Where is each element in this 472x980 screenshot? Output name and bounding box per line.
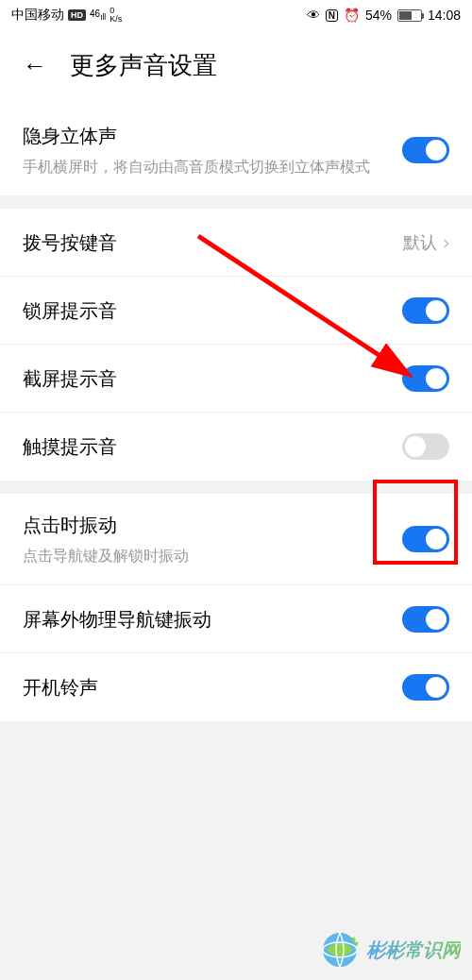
back-icon[interactable]: ← bbox=[23, 51, 47, 80]
status-bar: 中国移动 HD 46ıll 0K/s 👁 N ⏰ 54% 14:08 bbox=[0, 0, 472, 30]
touch-sound-title: 触摸提示音 bbox=[23, 432, 402, 461]
carrier-label: 中国移动 bbox=[11, 7, 64, 24]
lock-sound-title: 锁屏提示音 bbox=[23, 296, 402, 325]
nav-key-vibrate-title: 屏幕外物理导航键振动 bbox=[23, 605, 402, 634]
stereo-toggle[interactable] bbox=[402, 137, 449, 163]
page-title: 更多声音设置 bbox=[70, 49, 217, 82]
row-stereo[interactable]: 隐身立体声 手机横屏时，将自动由高音质模式切换到立体声模式 bbox=[0, 105, 472, 195]
time-label: 14:08 bbox=[428, 8, 461, 23]
tap-vibrate-subtitle: 点击导航键及解锁时振动 bbox=[23, 545, 402, 567]
section-stereo: 隐身立体声 手机横屏时，将自动由高音质模式切换到立体声模式 bbox=[0, 105, 472, 195]
signal-label: 46ıll bbox=[90, 8, 106, 22]
nfc-icon: N bbox=[326, 9, 338, 22]
eye-icon: 👁 bbox=[307, 8, 320, 23]
row-touch-sound[interactable]: 触摸提示音 bbox=[0, 413, 472, 481]
nav-key-vibrate-toggle[interactable] bbox=[402, 606, 449, 633]
row-screenshot-sound[interactable]: 截屏提示音 bbox=[0, 345, 472, 413]
row-dial-tone[interactable]: 拨号按键音 默认 › bbox=[0, 209, 472, 277]
screenshot-sound-toggle[interactable] bbox=[402, 365, 449, 392]
speed-label: 0K/s bbox=[110, 7, 122, 24]
battery-icon bbox=[397, 9, 422, 22]
dial-tone-value: 默认 bbox=[403, 231, 437, 254]
watermark-text: 彬彬常识网 bbox=[366, 938, 461, 963]
row-boot-sound[interactable]: 开机铃声 bbox=[0, 653, 472, 721]
row-lock-sound[interactable]: 锁屏提示音 bbox=[0, 277, 472, 345]
boot-sound-toggle[interactable] bbox=[402, 674, 449, 701]
dial-tone-title: 拨号按键音 bbox=[23, 228, 403, 257]
tap-vibrate-toggle[interactable] bbox=[402, 526, 449, 552]
tap-vibrate-title: 点击时振动 bbox=[23, 511, 402, 539]
lock-sound-toggle[interactable] bbox=[402, 297, 449, 324]
watermark: 彬彬常识网 bbox=[319, 929, 461, 971]
row-tap-vibrate[interactable]: 点击时振动 点击导航键及解锁时振动 bbox=[0, 494, 472, 585]
row-nav-key-vibrate[interactable]: 屏幕外物理导航键振动 bbox=[0, 585, 472, 653]
section-vibrate: 点击时振动 点击导航键及解锁时振动 屏幕外物理导航键振动 开机铃声 bbox=[0, 494, 472, 721]
battery-percent: 54% bbox=[365, 8, 392, 23]
page-header: ← 更多声音设置 bbox=[0, 30, 472, 105]
stereo-subtitle: 手机横屏时，将自动由高音质模式切换到立体声模式 bbox=[23, 156, 402, 178]
screenshot-sound-title: 截屏提示音 bbox=[23, 364, 402, 393]
section-sounds: 拨号按键音 默认 › 锁屏提示音 截屏提示音 触摸提示音 bbox=[0, 209, 472, 481]
alarm-icon: ⏰ bbox=[344, 8, 360, 23]
watermark-globe-icon bbox=[319, 929, 361, 971]
touch-sound-toggle[interactable] bbox=[402, 433, 449, 460]
hd-badge: HD bbox=[68, 9, 86, 21]
stereo-title: 隐身立体声 bbox=[23, 122, 402, 150]
boot-sound-title: 开机铃声 bbox=[23, 673, 402, 701]
chevron-right-icon: › bbox=[443, 231, 449, 253]
